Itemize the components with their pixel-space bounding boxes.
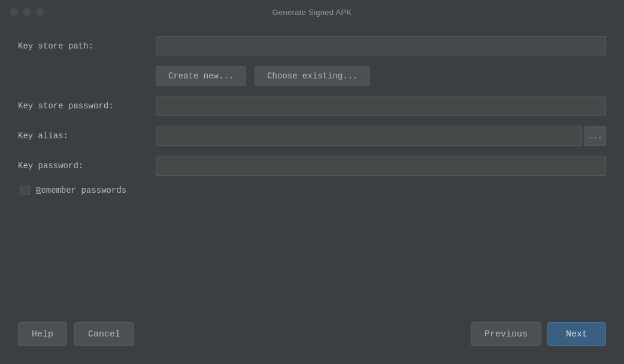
key-alias-label: Key alias: xyxy=(18,131,156,141)
key-password-row: Key password: xyxy=(18,156,606,176)
key-password-label: Key password: xyxy=(18,161,156,171)
help-button[interactable]: Help xyxy=(18,322,67,346)
next-button[interactable]: Next xyxy=(547,322,606,346)
window-title: Generate Signed APK xyxy=(272,8,352,17)
close-button[interactable] xyxy=(10,8,18,16)
choose-existing-button[interactable]: Choose existing... xyxy=(255,66,370,86)
footer-left: Help Cancel xyxy=(18,322,134,346)
cancel-button[interactable]: Cancel xyxy=(74,322,134,346)
key-store-password-row: Key store password: xyxy=(18,96,606,116)
dialog-body: Key store path: Create new... Choose exi… xyxy=(0,24,624,364)
remember-passwords-checkbox[interactable] xyxy=(20,186,30,195)
create-new-button[interactable]: Create new... xyxy=(156,66,246,86)
window-controls xyxy=(10,8,44,16)
form-section: Key store path: Create new... Choose exi… xyxy=(18,36,606,313)
footer-right: Previous Next xyxy=(471,322,606,346)
previous-button[interactable]: Previous xyxy=(471,322,541,346)
key-alias-row: Key alias: ... xyxy=(18,126,606,146)
key-store-path-row: Key store path: xyxy=(18,36,606,56)
minimize-button[interactable] xyxy=(23,8,31,16)
remember-passwords-label[interactable]: Remember passwords xyxy=(36,186,126,195)
key-alias-input[interactable] xyxy=(156,126,582,146)
key-store-password-input[interactable] xyxy=(156,96,606,116)
key-store-path-label: Key store path: xyxy=(18,41,156,51)
key-store-password-label: Key store password: xyxy=(18,101,156,111)
key-password-input[interactable] xyxy=(156,156,606,176)
title-bar: Generate Signed APK xyxy=(0,0,624,24)
key-store-path-input[interactable] xyxy=(156,36,606,56)
keystore-button-row: Create new... Choose existing... xyxy=(18,66,606,86)
footer: Help Cancel Previous Next xyxy=(18,313,606,352)
remember-passwords-row: Remember passwords xyxy=(18,186,606,195)
key-alias-wrapper: ... xyxy=(156,126,606,146)
key-alias-browse-button[interactable]: ... xyxy=(584,126,606,146)
maximize-button[interactable] xyxy=(36,8,44,16)
